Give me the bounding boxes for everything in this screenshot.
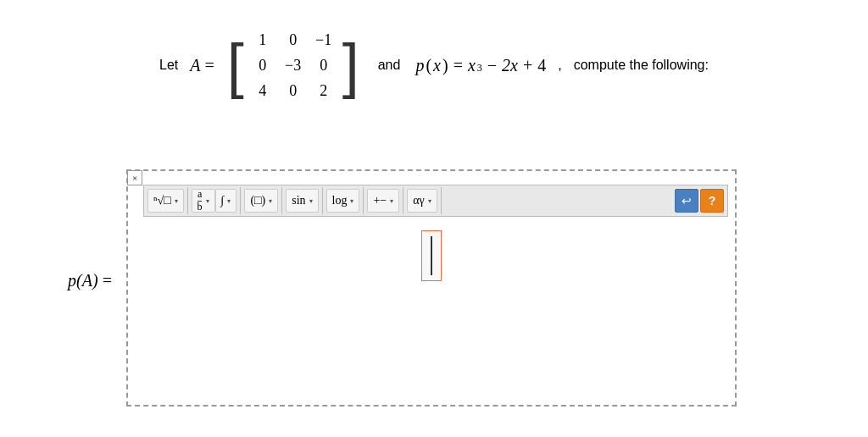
close-button[interactable]: ×	[127, 170, 142, 185]
poly-plus: +	[520, 56, 536, 75]
matrix-bracket-left: [	[227, 35, 244, 96]
let-label: Let	[159, 58, 178, 73]
poly-2x: 2x	[502, 56, 518, 75]
toolbar-group-log: log ▾	[326, 187, 364, 214]
compute-text: compute the following:	[574, 58, 709, 73]
polynomial: p(x) = x3 − 2x + 4	[415, 56, 546, 75]
matrix-var-label: A =	[190, 56, 214, 75]
integral-button[interactable]: ∫ ▾	[215, 189, 237, 213]
matrix-cell-22: 2	[320, 82, 327, 100]
math-input-area[interactable]	[421, 230, 442, 281]
sqrt-dropdown-arrow: ▾	[175, 197, 178, 205]
poly-x-arg: x	[433, 56, 441, 75]
matrix: [ 1 0 −1 0 −3 0 4 0 2 ]	[227, 25, 359, 105]
toolbar-group-alpha: αγ ▾	[407, 187, 442, 214]
plusminus-dropdown-arrow: ▾	[390, 197, 393, 205]
undo-button[interactable]: ↩	[675, 189, 698, 213]
alpha-icon: αγ	[413, 194, 425, 207]
help-icon: ?	[709, 194, 716, 207]
sin-dropdown-arrow: ▾	[309, 197, 313, 205]
cursor	[431, 236, 432, 275]
poly-open-paren: (	[426, 56, 431, 75]
bracket-icon: (□)	[250, 194, 265, 207]
alpha-button[interactable]: αγ ▾	[407, 189, 437, 213]
matrix-bracket-right: ]	[342, 35, 359, 96]
matrix-grid: 1 0 −1 0 −3 0 4 0 2	[244, 25, 342, 105]
poly-close-paren: )	[442, 56, 448, 75]
matrix-cell-20: 4	[259, 82, 266, 100]
matrix-cell-12: 0	[320, 57, 327, 75]
matrix-cell-00: 1	[259, 31, 266, 49]
sqrt-button[interactable]: ⁿ√□ ▾	[147, 189, 184, 213]
poly-exp3: 3	[477, 62, 482, 75]
fraction-icon: ab	[198, 189, 203, 213]
close-icon: ×	[132, 173, 137, 183]
poly-eq: =	[450, 56, 466, 75]
toolbar-group-sin: sin ▾	[286, 187, 322, 214]
sin-label: sin	[292, 194, 305, 207]
matrix-cell-02: −1	[315, 31, 331, 49]
log-label: log	[332, 194, 348, 207]
plusminus-button[interactable]: +− ▾	[367, 189, 399, 213]
log-dropdown-arrow: ▾	[350, 197, 353, 205]
matrix-cell-21: 0	[289, 82, 297, 100]
help-button[interactable]: ?	[700, 189, 724, 213]
answer-label: p(A) =	[68, 271, 113, 290]
matrix-cell-11: −3	[285, 57, 301, 75]
bracket-dropdown-arrow: ▾	[269, 197, 272, 205]
log-button[interactable]: log ▾	[326, 189, 360, 213]
and-word: and	[378, 58, 401, 73]
toolbar-group-fraction: ab ▾ ∫ ▾	[192, 187, 242, 214]
problem-statement: Let A = [ 1 0 −1 0 −3 0 4 0 2 ] and p(x)…	[0, 0, 868, 113]
math-toolbar: ⁿ√□ ▾ ab ▾ ∫ ▾ (□) ▾	[143, 185, 728, 217]
toolbar-group-plusminus: +− ▾	[367, 187, 403, 214]
comma: ,	[558, 58, 561, 73]
integral-dropdown-arrow: ▾	[227, 197, 231, 205]
poly-minus: −	[484, 56, 500, 75]
integral-icon: ∫	[221, 194, 225, 207]
plusminus-icon: +−	[373, 194, 387, 207]
toolbar-group-bracket: (□) ▾	[244, 187, 282, 214]
poly-4: 4	[537, 56, 546, 75]
matrix-cell-10: 0	[259, 57, 266, 75]
poly-p: p	[415, 56, 424, 75]
sin-button[interactable]: sin ▾	[286, 189, 318, 213]
editor-section: p(A) = × ⁿ√□ ▾ ab ▾ ∫	[68, 169, 737, 407]
matrix-cell-01: 0	[289, 31, 297, 49]
sqrt-icon: ⁿ√□	[153, 194, 171, 207]
frac-dropdown-arrow: ▾	[206, 197, 209, 205]
poly-x3: x	[468, 56, 476, 75]
alpha-dropdown-arrow: ▾	[428, 197, 431, 205]
bracket-button[interactable]: (□) ▾	[244, 189, 278, 213]
fraction-button[interactable]: ab ▾	[192, 189, 215, 213]
undo-icon: ↩	[682, 194, 692, 208]
math-editor-box[interactable]: × ⁿ√□ ▾ ab ▾ ∫ ▾	[126, 169, 737, 407]
toolbar-group-radical: ⁿ√□ ▾	[147, 187, 188, 214]
